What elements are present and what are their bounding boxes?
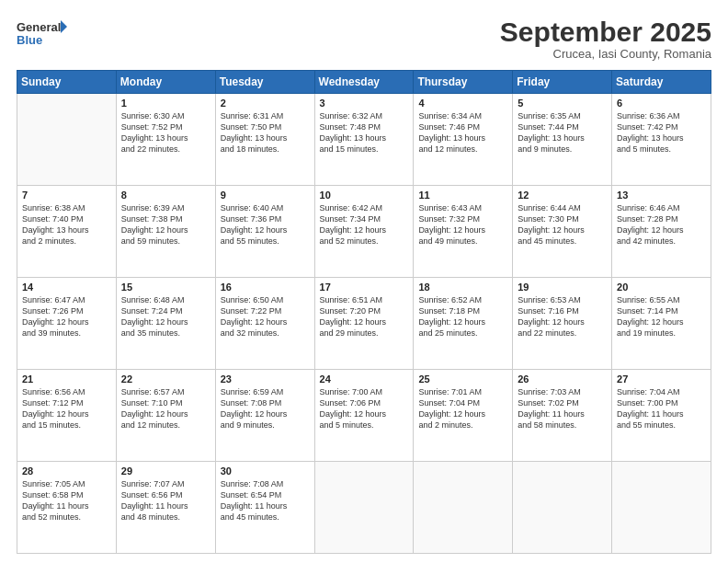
calendar-cell: 11Sunrise: 6:43 AMSunset: 7:32 PMDayligh… [414, 186, 513, 278]
svg-text:General: General [17, 20, 61, 34]
column-header-wednesday: Wednesday [314, 71, 414, 94]
calendar-cell: 20Sunrise: 6:55 AMSunset: 7:14 PMDayligh… [612, 278, 711, 370]
day-info: Sunrise: 7:00 AMSunset: 7:06 PMDaylight:… [320, 386, 409, 431]
day-info: Sunrise: 6:55 AMSunset: 7:14 PMDaylight:… [617, 294, 706, 339]
calendar-cell: 3Sunrise: 6:32 AMSunset: 7:48 PMDaylight… [314, 94, 414, 186]
calendar-cell: 18Sunrise: 6:52 AMSunset: 7:18 PMDayligh… [414, 278, 513, 370]
calendar-cell: 12Sunrise: 6:44 AMSunset: 7:30 PMDayligh… [513, 186, 612, 278]
logo: General Blue [17, 17, 67, 52]
calendar-cell: 4Sunrise: 6:34 AMSunset: 7:46 PMDaylight… [414, 94, 513, 186]
svg-marker-2 [61, 20, 67, 33]
day-info: Sunrise: 6:46 AMSunset: 7:28 PMDaylight:… [617, 202, 706, 247]
day-number: 25 [418, 373, 507, 385]
day-number: 6 [617, 98, 706, 109]
day-number: 4 [418, 98, 507, 109]
day-info: Sunrise: 7:07 AMSunset: 6:56 PMDaylight:… [121, 478, 210, 523]
day-number: 2 [221, 98, 310, 109]
day-number: 16 [221, 282, 310, 293]
day-info: Sunrise: 6:31 AMSunset: 7:50 PMDaylight:… [221, 110, 310, 155]
day-info: Sunrise: 6:56 AMSunset: 7:12 PMDaylight:… [22, 386, 111, 431]
day-number: 11 [418, 190, 507, 201]
calendar-cell: 16Sunrise: 6:50 AMSunset: 7:22 PMDayligh… [215, 278, 314, 370]
week-row-2: 14Sunrise: 6:47 AMSunset: 7:26 PMDayligh… [17, 278, 711, 370]
day-number: 5 [518, 98, 607, 109]
calendar-cell: 25Sunrise: 7:01 AMSunset: 7:04 PMDayligh… [414, 370, 513, 462]
calendar-cell: 26Sunrise: 7:03 AMSunset: 7:02 PMDayligh… [513, 370, 612, 462]
day-number: 19 [518, 282, 607, 293]
header: General Blue September 2025 Crucea, Iasi… [17, 17, 711, 61]
calendar-cell: 7Sunrise: 6:38 AMSunset: 7:40 PMDaylight… [17, 186, 117, 278]
day-info: Sunrise: 7:08 AMSunset: 6:54 PMDaylight:… [221, 478, 310, 523]
calendar-cell: 29Sunrise: 7:07 AMSunset: 6:56 PMDayligh… [116, 462, 215, 554]
day-number: 22 [121, 373, 210, 385]
calendar-cell: 22Sunrise: 6:57 AMSunset: 7:10 PMDayligh… [116, 370, 215, 462]
day-number: 10 [320, 190, 409, 201]
day-info: Sunrise: 6:50 AMSunset: 7:22 PMDaylight:… [221, 294, 310, 339]
calendar-cell [612, 462, 711, 554]
day-info: Sunrise: 6:30 AMSunset: 7:52 PMDaylight:… [121, 110, 210, 155]
day-number: 27 [617, 373, 706, 385]
day-number: 23 [221, 373, 310, 385]
calendar-cell: 30Sunrise: 7:08 AMSunset: 6:54 PMDayligh… [215, 462, 314, 554]
calendar-cell: 1Sunrise: 6:30 AMSunset: 7:52 PMDaylight… [116, 94, 215, 186]
day-info: Sunrise: 7:05 AMSunset: 6:58 PMDaylight:… [22, 478, 111, 523]
column-header-friday: Friday [513, 71, 612, 94]
day-number: 17 [320, 282, 409, 293]
day-number: 7 [22, 190, 111, 201]
calendar-cell: 28Sunrise: 7:05 AMSunset: 6:58 PMDayligh… [17, 462, 117, 554]
week-row-1: 7Sunrise: 6:38 AMSunset: 7:40 PMDaylight… [17, 186, 711, 278]
logo-svg: General Blue [17, 17, 67, 52]
day-info: Sunrise: 6:44 AMSunset: 7:30 PMDaylight:… [518, 202, 607, 247]
calendar-cell: 14Sunrise: 6:47 AMSunset: 7:26 PMDayligh… [17, 278, 117, 370]
calendar-cell: 23Sunrise: 6:59 AMSunset: 7:08 PMDayligh… [215, 370, 314, 462]
day-info: Sunrise: 6:36 AMSunset: 7:42 PMDaylight:… [617, 110, 706, 155]
svg-text:Blue: Blue [17, 33, 42, 47]
day-info: Sunrise: 7:04 AMSunset: 7:00 PMDaylight:… [617, 386, 706, 431]
day-number: 28 [22, 465, 111, 477]
calendar-cell [17, 94, 117, 186]
calendar-cell: 15Sunrise: 6:48 AMSunset: 7:24 PMDayligh… [116, 278, 215, 370]
day-info: Sunrise: 6:42 AMSunset: 7:34 PMDaylight:… [320, 202, 409, 247]
day-info: Sunrise: 6:35 AMSunset: 7:44 PMDaylight:… [518, 110, 607, 155]
calendar-header-row: SundayMondayTuesdayWednesdayThursdayFrid… [17, 71, 711, 94]
day-info: Sunrise: 6:57 AMSunset: 7:10 PMDaylight:… [121, 386, 210, 431]
calendar-cell: 2Sunrise: 6:31 AMSunset: 7:50 PMDaylight… [215, 94, 314, 186]
column-header-sunday: Sunday [17, 71, 117, 94]
calendar-cell: 24Sunrise: 7:00 AMSunset: 7:06 PMDayligh… [314, 370, 414, 462]
calendar-cell [314, 462, 414, 554]
column-header-monday: Monday [116, 71, 215, 94]
day-info: Sunrise: 6:51 AMSunset: 7:20 PMDaylight:… [320, 294, 409, 339]
day-number: 15 [121, 282, 210, 293]
day-number: 21 [22, 373, 111, 385]
day-number: 8 [121, 190, 210, 201]
day-number: 20 [617, 282, 706, 293]
location: Crucea, Iasi County, Romania [500, 47, 711, 61]
calendar-cell [414, 462, 513, 554]
day-info: Sunrise: 6:38 AMSunset: 7:40 PMDaylight:… [22, 202, 111, 247]
calendar-cell: 10Sunrise: 6:42 AMSunset: 7:34 PMDayligh… [314, 186, 414, 278]
day-number: 9 [221, 190, 310, 201]
title-block: September 2025 Crucea, Iasi County, Roma… [500, 17, 711, 61]
column-header-thursday: Thursday [414, 71, 513, 94]
calendar-cell: 9Sunrise: 6:40 AMSunset: 7:36 PMDaylight… [215, 186, 314, 278]
column-header-saturday: Saturday [612, 71, 711, 94]
calendar-cell: 8Sunrise: 6:39 AMSunset: 7:38 PMDaylight… [116, 186, 215, 278]
day-info: Sunrise: 6:53 AMSunset: 7:16 PMDaylight:… [518, 294, 607, 339]
calendar-cell: 19Sunrise: 6:53 AMSunset: 7:16 PMDayligh… [513, 278, 612, 370]
day-number: 29 [121, 465, 210, 477]
day-info: Sunrise: 6:47 AMSunset: 7:26 PMDaylight:… [22, 294, 111, 339]
day-number: 26 [518, 373, 607, 385]
calendar-cell: 27Sunrise: 7:04 AMSunset: 7:00 PMDayligh… [612, 370, 711, 462]
day-number: 14 [22, 282, 111, 293]
week-row-4: 28Sunrise: 7:05 AMSunset: 6:58 PMDayligh… [17, 462, 711, 554]
calendar-cell: 13Sunrise: 6:46 AMSunset: 7:28 PMDayligh… [612, 186, 711, 278]
week-row-0: 1Sunrise: 6:30 AMSunset: 7:52 PMDaylight… [17, 94, 711, 186]
day-info: Sunrise: 6:39 AMSunset: 7:38 PMDaylight:… [121, 202, 210, 247]
page: General Blue September 2025 Crucea, Iasi… [0, 0, 728, 563]
day-info: Sunrise: 6:52 AMSunset: 7:18 PMDaylight:… [418, 294, 507, 339]
day-number: 18 [418, 282, 507, 293]
day-info: Sunrise: 6:40 AMSunset: 7:36 PMDaylight:… [221, 202, 310, 247]
calendar-cell [513, 462, 612, 554]
day-info: Sunrise: 6:59 AMSunset: 7:08 PMDaylight:… [221, 386, 310, 431]
day-info: Sunrise: 6:32 AMSunset: 7:48 PMDaylight:… [320, 110, 409, 155]
